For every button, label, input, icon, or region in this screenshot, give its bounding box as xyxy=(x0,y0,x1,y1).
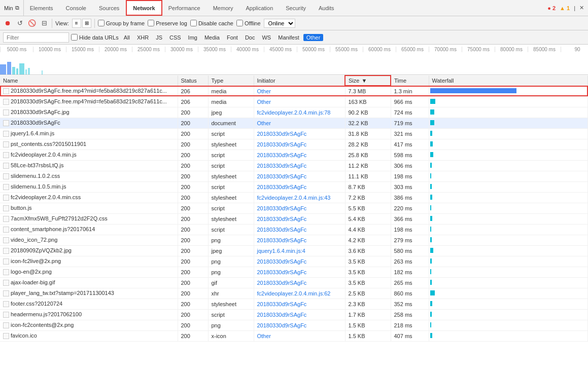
record-button[interactable]: ⏺ xyxy=(3,19,12,28)
initiator-link[interactable]: fc2videoplayer.2.0.4.min.js:78 xyxy=(257,109,331,116)
th-initiator[interactable]: Initiator xyxy=(254,76,345,86)
offline-label[interactable]: Offline xyxy=(236,20,261,26)
tab-memory[interactable]: Memory xyxy=(207,0,240,16)
initiator-link[interactable]: 20180330d9rSAgFc xyxy=(257,141,307,147)
table-row[interactable]: jquery1.6.4.min.js200script20180330d9rSA… xyxy=(0,128,588,139)
table-row[interactable]: content_smartphone.js?20170614200script2… xyxy=(0,224,588,235)
table-row[interactable]: button.js200script20180330d9rSAgFc5.5 KB… xyxy=(0,203,588,213)
table-row[interactable]: logo-en@2x.png200png20180330d9rSAgFc3.5 … xyxy=(0,267,588,277)
initiator-link[interactable]: 20180330d9rSAgFc xyxy=(257,152,307,158)
tab-sources[interactable]: Sources xyxy=(93,0,126,16)
table-row[interactable]: footer.css?20120724200stylesheet20180330… xyxy=(0,299,588,309)
table-row[interactable]: 20180330d9rSAgFc.jpg200jpegfc2videoplaye… xyxy=(0,107,588,118)
offline-checkbox[interactable] xyxy=(236,20,243,26)
table-row[interactable]: slidemenu.1.0.5.min.js200script20180330d… xyxy=(0,181,588,192)
initiator-link[interactable]: 20180330d9rSAgFc xyxy=(257,301,307,307)
initiator-link[interactable]: 20180330d9rSAgFc xyxy=(257,280,307,286)
tab-performance[interactable]: Performance xyxy=(162,0,207,16)
group-frame-checkbox[interactable] xyxy=(98,20,105,26)
preserve-log-checkbox[interactable] xyxy=(148,20,154,26)
filter-button[interactable]: ⊟ xyxy=(40,19,49,28)
filter-type-ws[interactable]: WS xyxy=(259,34,274,41)
tab-audits[interactable]: Audits xyxy=(313,0,341,16)
table-container[interactable]: Name Status Type Initiator Size ▼ Time W… xyxy=(0,75,588,371)
initiator-link[interactable]: 20180330d9rSAgFc xyxy=(257,237,307,243)
filter-type-manifest[interactable]: Manifest xyxy=(275,34,302,41)
filter-type-img[interactable]: Img xyxy=(185,34,200,41)
th-waterfall[interactable]: Waterfall xyxy=(429,76,588,86)
table-row[interactable]: ajax-loader-big.gif200gif20180330d9rSAgF… xyxy=(0,277,588,288)
table-row[interactable]: 20180909ZpVQZkb2.jpg200jpegjquery1.6.4.m… xyxy=(0,245,588,256)
table-row[interactable]: 58Lce-bt37rsbsLtQ.js200script20180330d9r… xyxy=(0,160,588,171)
th-type[interactable]: Type xyxy=(208,76,254,86)
th-status[interactable]: Status xyxy=(178,76,208,86)
list-view-button[interactable]: ≡ xyxy=(72,19,81,28)
filter-type-js[interactable]: JS xyxy=(153,34,165,41)
tab-security[interactable]: Security xyxy=(280,0,313,16)
table-row[interactable]: icon-fc2contents@2x.png200png20180330d9r… xyxy=(0,320,588,330)
initiator-link[interactable]: fc2videoplayer.2.0.4.min.js:43 xyxy=(257,195,331,201)
group-frame-label[interactable]: Group by frame xyxy=(98,20,145,26)
initiator-link[interactable]: 20180330d9rSAgFc xyxy=(257,258,307,265)
table-row[interactable]: fc2videoplayer.2.0.4.min.js200script2018… xyxy=(0,150,588,160)
initiator-link[interactable]: 20180330d9rSAgFc xyxy=(257,216,307,222)
disable-cache-label[interactable]: Disable cache xyxy=(190,20,233,26)
tab-application[interactable]: Application xyxy=(239,0,280,16)
hide-data-urls-label[interactable]: Hide data URLs xyxy=(71,34,119,41)
cell-type: png xyxy=(208,256,254,267)
cell-initiator: 20180330d9rSAgFc xyxy=(254,224,345,235)
table-row[interactable]: video_icon_72.png200png20180330d9rSAgFc4… xyxy=(0,235,588,245)
cell-waterfall xyxy=(429,224,588,235)
table-row[interactable]: pst_contents.css?2015011901200stylesheet… xyxy=(0,139,588,150)
initiator-link[interactable]: fc2videoplayer.2.0.4.min.js:62 xyxy=(257,290,331,296)
refresh-button[interactable]: ↺ xyxy=(15,19,24,28)
th-size[interactable]: Size ▼ xyxy=(345,76,391,86)
th-name[interactable]: Name xyxy=(0,76,178,86)
table-row[interactable]: favicon.ico200x-iconOther1.5 KB407 ms xyxy=(0,330,588,341)
filter-type-xhr[interactable]: XHR xyxy=(134,34,152,41)
table-row[interactable]: 20180330d9rSAgFc.free.mp4?mid=fe5ba683d2… xyxy=(0,96,588,107)
cell-name: 20180330d9rSAgFc.jpg xyxy=(0,107,178,118)
online-select[interactable]: Online xyxy=(264,19,295,28)
initiator-link[interactable]: 20180330d9rSAgFc xyxy=(257,131,307,137)
table-row[interactable]: headermenu.js?2017062100200script2018033… xyxy=(0,309,588,320)
filter-type-all[interactable]: All xyxy=(121,34,133,41)
file-icon xyxy=(3,88,9,94)
initiator-link[interactable]: 20180330d9rSAgFc xyxy=(257,163,307,169)
cell-time: 966 ms xyxy=(391,96,429,107)
table-row[interactable]: icon-fc2live@2x.png200png20180330d9rSAgF… xyxy=(0,256,588,267)
filter-type-doc[interactable]: Doc xyxy=(242,34,258,41)
initiator-link[interactable]: 20180330d9rSAgFc xyxy=(257,312,307,318)
table-row[interactable]: 20180330d9rSAgFc200documentOther32.2 KB7… xyxy=(0,118,588,128)
table-row[interactable]: fc2videoplayer.2.0.4.min.css200styleshee… xyxy=(0,192,588,203)
initiator-link[interactable]: 20180330d9rSAgFc xyxy=(257,227,307,233)
table-row[interactable]: 20180330d9rSAgFc.free.mp4?mid=fe5ba683d2… xyxy=(0,86,588,96)
tab-network[interactable]: Network xyxy=(126,0,162,16)
tab-elements[interactable]: Elements xyxy=(24,0,60,16)
initiator-link[interactable]: 20180330d9rSAgFc xyxy=(257,269,307,275)
initiator-link[interactable]: 20180330d9rSAgFc xyxy=(257,322,307,328)
tab-console[interactable]: Console xyxy=(60,0,93,16)
initiator-link[interactable]: 20180330d9rSAgFc xyxy=(257,205,307,211)
filter-type-css[interactable]: CSS xyxy=(166,34,184,41)
disable-cache-checkbox[interactable] xyxy=(190,20,197,26)
tree-view-button[interactable]: ⊞ xyxy=(82,19,91,28)
initiator-link[interactable]: jquery1.6.4.min.js:4 xyxy=(257,248,305,254)
table-row[interactable]: slidemenu.1.0.2.css200stylesheet20180330… xyxy=(0,171,588,181)
table-row[interactable]: 7acmXfmx5W8_FuPft27912d2F2Q.css200styles… xyxy=(0,213,588,224)
filter-input[interactable] xyxy=(3,32,69,43)
filter-type-media[interactable]: Media xyxy=(201,34,223,41)
th-time[interactable]: Time xyxy=(391,76,429,86)
hide-data-urls-checkbox[interactable] xyxy=(71,34,78,41)
table-row[interactable]: player_lang_tw.txt?stamp=201711300143200… xyxy=(0,288,588,299)
preserve-log-label[interactable]: Preserve log xyxy=(148,20,187,26)
close-button[interactable]: ✕ xyxy=(579,5,584,11)
filter-type-font[interactable]: Font xyxy=(224,34,241,41)
cell-name: icon-fc2live@2x.png xyxy=(0,256,178,267)
initiator-link[interactable]: 20180330d9rSAgFc xyxy=(257,184,307,190)
initiator-link[interactable]: 20180330d9rSAgFc xyxy=(257,173,307,179)
min-button[interactable]: Min ⧉ xyxy=(0,0,24,16)
cell-name: jquery1.6.4.min.js xyxy=(0,128,178,139)
filter-type-other[interactable]: Other xyxy=(303,34,324,41)
clear-button[interactable]: 🚫 xyxy=(27,19,37,28)
